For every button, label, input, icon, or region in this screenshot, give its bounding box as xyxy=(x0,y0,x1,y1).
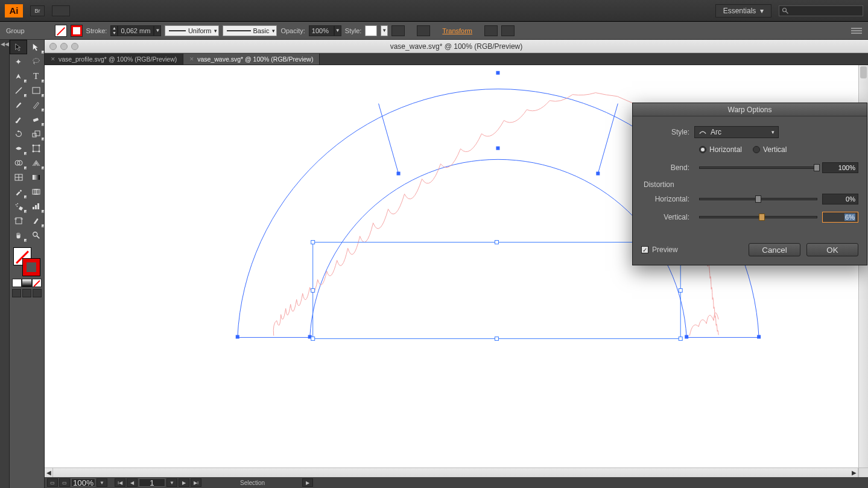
recolor-button[interactable] xyxy=(391,25,405,36)
gradient-tool[interactable] xyxy=(27,170,45,185)
vdist-slider[interactable] xyxy=(699,216,817,218)
transform-link[interactable]: Transform xyxy=(442,27,472,34)
preview-checkbox[interactable]: Preview xyxy=(641,246,678,254)
artboard-last[interactable]: ▶I xyxy=(191,478,201,487)
horizontal-scrollbar[interactable]: ◀ ▶ xyxy=(45,467,858,477)
traffic-lights[interactable] xyxy=(49,43,78,50)
align-button[interactable] xyxy=(417,25,430,36)
vdist-value[interactable]: 6% xyxy=(822,212,858,223)
svg-rect-28 xyxy=(35,205,37,209)
status-menu[interactable]: ▶ xyxy=(302,478,313,487)
artboard-tool[interactable] xyxy=(10,214,27,228)
stroke-indicator[interactable] xyxy=(22,258,40,276)
bridge-button[interactable]: Br xyxy=(30,5,45,16)
rectangle-tool[interactable] xyxy=(27,83,45,98)
free-transform-tool[interactable] xyxy=(27,141,45,156)
rotate-tool[interactable] xyxy=(10,127,27,141)
arrange-docs-button[interactable] xyxy=(52,5,70,16)
brush-dropdown[interactable]: Basic xyxy=(223,25,277,36)
orientation-horizontal[interactable]: Horizontal xyxy=(699,145,742,154)
shape-builder-tool[interactable] xyxy=(10,156,27,170)
view-button[interactable]: ▭ xyxy=(47,478,58,487)
workspace-label: Essentials xyxy=(723,7,756,15)
magic-wand-tool[interactable]: ✦ xyxy=(10,54,27,69)
artboard-next[interactable]: ▶ xyxy=(179,478,189,487)
eyedropper-tool[interactable] xyxy=(10,185,27,199)
scale-tool[interactable] xyxy=(27,127,45,141)
fill-stroke-control[interactable] xyxy=(13,247,40,276)
panel-collapse-strip[interactable]: ◀◀ xyxy=(0,40,10,488)
artboard-input[interactable] xyxy=(139,478,165,487)
bend-slider[interactable] xyxy=(699,166,817,169)
isolate-button[interactable] xyxy=(484,25,498,36)
window-title: vase_wave.svg* @ 100% (RGB/Preview) xyxy=(390,42,523,51)
graphic-style-swatch[interactable] xyxy=(365,25,377,36)
opacity-input[interactable] xyxy=(309,25,334,36)
zoom-tool[interactable] xyxy=(27,228,45,242)
eraser-tool[interactable] xyxy=(27,112,45,127)
close-icon[interactable]: ✕ xyxy=(189,56,194,62)
bend-value[interactable]: 100% xyxy=(822,162,858,173)
pencil-tool[interactable] xyxy=(27,98,45,112)
workspace-switcher[interactable]: Essentials ▾ xyxy=(715,4,771,17)
orientation-vertical[interactable]: Vertical xyxy=(753,145,787,154)
stroke-profile-dropdown[interactable]: Uniform xyxy=(165,25,219,36)
svg-rect-51 xyxy=(311,337,315,340)
svg-point-2 xyxy=(33,59,39,63)
draw-inside[interactable] xyxy=(33,289,42,297)
artboard-first[interactable]: I◀ xyxy=(115,478,125,487)
perspective-grid-tool[interactable] xyxy=(27,156,45,170)
selection-tool[interactable] xyxy=(10,40,27,54)
edit-mask-button[interactable] xyxy=(501,25,515,36)
draw-normal[interactable] xyxy=(12,289,21,297)
selection-type-label: Group xyxy=(6,27,25,34)
color-mode[interactable] xyxy=(12,279,22,287)
search-input[interactable] xyxy=(779,5,863,16)
pen-tool[interactable] xyxy=(10,69,27,83)
control-menu-icon[interactable] xyxy=(851,25,862,36)
paintbrush-tool[interactable] xyxy=(10,98,27,112)
radio-off-icon xyxy=(753,146,760,153)
zoom-input[interactable] xyxy=(71,478,95,487)
draw-behind[interactable] xyxy=(22,289,31,297)
hand-tool[interactable] xyxy=(10,228,27,242)
zoom-menu[interactable]: ▼ xyxy=(97,478,107,487)
hdist-slider[interactable] xyxy=(699,198,817,200)
warp-style-dropdown[interactable]: Arc xyxy=(694,126,779,138)
graph-tool[interactable] xyxy=(27,199,45,214)
stroke-weight-input[interactable] xyxy=(118,25,154,36)
svg-rect-52 xyxy=(495,337,498,340)
mesh-tool[interactable] xyxy=(10,170,27,185)
svg-point-12 xyxy=(32,151,34,153)
svg-rect-41 xyxy=(397,172,401,176)
symbol-sprayer-tool[interactable] xyxy=(10,199,27,214)
ok-button[interactable]: OK xyxy=(806,243,858,256)
lasso-tool[interactable] xyxy=(27,54,45,69)
blend-tool[interactable] xyxy=(27,185,45,199)
blob-brush-tool[interactable] xyxy=(10,112,27,127)
gpu-button[interactable]: ▭ xyxy=(59,478,70,487)
slice-tool[interactable] xyxy=(27,214,45,228)
svg-rect-43 xyxy=(496,71,499,75)
line-tool[interactable] xyxy=(10,83,27,98)
hdist-value[interactable]: 0% xyxy=(822,194,858,204)
svg-point-33 xyxy=(33,232,37,236)
current-tool-label: Selection xyxy=(240,480,265,486)
tab-vase-wave[interactable]: ✕vase_wave.svg* @ 100% (RGB/Preview) xyxy=(183,54,320,65)
svg-rect-37 xyxy=(236,335,239,338)
cancel-button[interactable]: Cancel xyxy=(749,243,800,256)
fill-swatch[interactable] xyxy=(55,25,67,37)
tab-vase-profile[interactable]: ✕vase_profile.svg* @ 100% (RGB/Preview) xyxy=(45,54,183,65)
gradient-mode[interactable] xyxy=(22,279,31,287)
svg-rect-6 xyxy=(33,118,39,122)
artboard-prev[interactable]: ◀ xyxy=(127,478,138,487)
artboard-menu[interactable]: ▼ xyxy=(166,478,177,487)
none-mode[interactable] xyxy=(32,279,42,287)
stroke-swatch[interactable] xyxy=(71,25,83,37)
type-tool[interactable]: T xyxy=(27,69,45,83)
width-tool[interactable] xyxy=(10,141,27,156)
close-icon[interactable]: ✕ xyxy=(51,56,55,62)
direct-selection-tool[interactable] xyxy=(27,40,45,54)
style-label: Style: xyxy=(641,128,694,136)
svg-point-24 xyxy=(15,204,16,206)
